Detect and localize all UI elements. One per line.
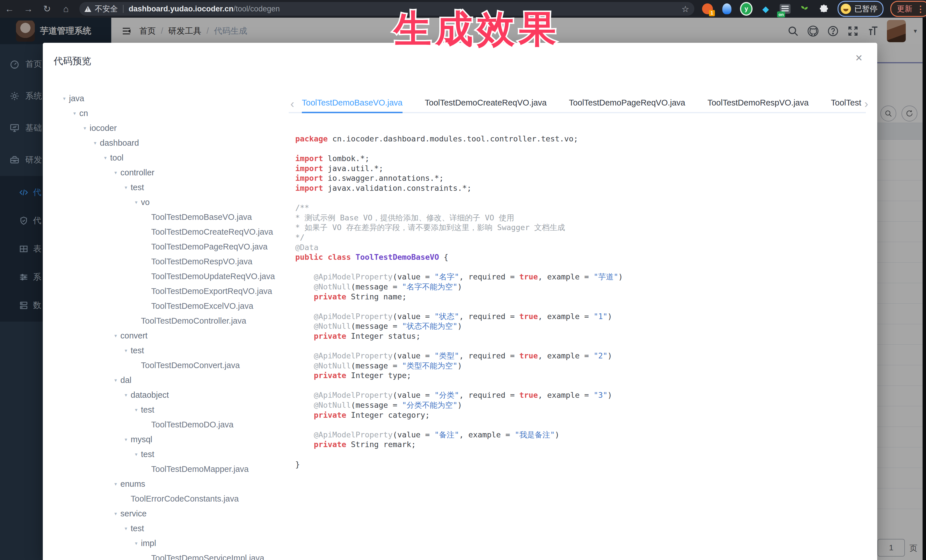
code-line — [295, 302, 869, 312]
caret-down-icon[interactable]: ▼ — [113, 170, 120, 175]
caret-down-icon[interactable]: ▼ — [93, 140, 100, 145]
tree-folder[interactable]: ▼controller — [62, 165, 279, 180]
tree-file[interactable]: ToolTestDemoExcelVO.java — [62, 299, 279, 313]
code-line: @ApiModelProperty(value = "备注", example … — [295, 430, 869, 440]
code-line — [295, 341, 869, 351]
code-line: @NotNull(message = "类型不能为空") — [295, 361, 869, 371]
forward-icon[interactable]: → — [19, 4, 38, 14]
code-line: package cn.iocoder.dashboard.modules.too… — [295, 134, 869, 144]
caret-down-icon[interactable]: ▼ — [134, 541, 141, 546]
code-line: * 如果子 VO 存在差异的字段，请不要添加到这里，影响 Swagger 文档生… — [295, 223, 869, 232]
caret-down-icon[interactable]: ▼ — [113, 511, 120, 516]
tree-file[interactable]: ToolErrorCodeConstants.java — [62, 491, 279, 506]
paused-label: 已暂停 — [854, 4, 878, 14]
file-tab-0[interactable]: ToolTestDemoBaseVO.java — [302, 94, 402, 113]
code-line — [295, 144, 869, 154]
caret-down-icon[interactable]: ▼ — [83, 126, 89, 131]
code-preview-modal: 代码预览 × ▼java▼cn▼iocoder▼dashboard▼tool▼c… — [43, 43, 877, 560]
extension-diamond-icon[interactable]: ◆ — [760, 3, 772, 15]
back-icon[interactable]: ← — [0, 4, 19, 14]
tree-folder[interactable]: ▼dataobject — [62, 388, 279, 402]
caret-down-icon[interactable]: ▼ — [73, 111, 79, 116]
tree-file[interactable]: ToolTestDemoMapper.java — [62, 462, 279, 477]
tree-file[interactable]: ToolTestDemoBaseVO.java — [62, 210, 279, 224]
bookmark-star-icon[interactable]: ☆ — [681, 4, 689, 14]
home-icon[interactable]: ⌂ — [56, 4, 75, 14]
file-tab-1[interactable]: ToolTestDemoCreateReqVO.java — [425, 94, 546, 112]
caret-down-icon[interactable]: ▼ — [113, 482, 120, 486]
extension-orange-icon[interactable]: 1 — [701, 3, 714, 15]
code-line: * 测试示例 Base VO，提供给添加、修改、详细的子 VO 使用 — [295, 213, 869, 223]
tree-file[interactable]: ToolTestDemoRespVO.java — [62, 254, 279, 269]
tree-folder[interactable]: ▼service — [62, 506, 279, 521]
caret-down-icon[interactable]: ▼ — [124, 437, 131, 442]
tree-folder[interactable]: ▼dashboard — [62, 136, 279, 150]
extension-green-icon[interactable]: y — [740, 3, 752, 15]
code-line: @ApiModelProperty(value = "类型", required… — [295, 351, 869, 361]
extensions-puzzle-icon[interactable] — [818, 3, 830, 15]
tree-folder[interactable]: ▼impl — [62, 536, 279, 551]
tree-file[interactable]: ToolTestDemoController.java — [62, 313, 279, 328]
code-line: @ApiModelProperty(value = "状态", required… — [295, 312, 869, 322]
extension-lamp-icon[interactable] — [720, 3, 733, 15]
code-line: import lombok.*; — [295, 154, 869, 164]
tree-folder[interactable]: ▼iocoder — [62, 121, 279, 136]
file-tree: ▼java▼cn▼iocoder▼dashboard▼tool▼controll… — [62, 91, 279, 560]
tree-folder[interactable]: ▼test — [62, 402, 279, 417]
tree-file[interactable]: ToolTestDemoPageReqVO.java — [62, 239, 279, 254]
caret-down-icon[interactable]: ▼ — [62, 96, 69, 101]
browser-menu-icon[interactable]: ⋮ — [916, 4, 925, 14]
tree-folder[interactable]: ▼cn — [62, 106, 279, 121]
caret-down-icon[interactable]: ▼ — [124, 185, 131, 190]
tree-folder[interactable]: ▼enums — [62, 477, 279, 491]
tree-folder[interactable]: ▼tool — [62, 150, 279, 165]
tree-folder[interactable]: ▼test — [62, 343, 279, 358]
modal-title: 代码预览 — [54, 55, 91, 68]
update-button[interactable]: 更新 ⋮ — [890, 1, 926, 17]
tree-file[interactable]: ToolTestDemoCreateReqVO.java — [62, 224, 279, 239]
file-tab-3[interactable]: ToolTestDemoRespVO.java — [708, 94, 809, 112]
extension-on-badge: on — [777, 11, 785, 17]
tree-folder[interactable]: ▼test — [62, 521, 279, 536]
tree-folder[interactable]: ▼dal — [62, 373, 279, 388]
tree-folder[interactable]: ▼vo — [62, 195, 279, 210]
tabs-prev-icon[interactable]: ‹ — [291, 98, 294, 110]
file-tab-2[interactable]: ToolTestDemoPageReqVO.java — [569, 94, 685, 112]
address-bar[interactable]: 不安全 dashboard.yudao.iocoder.cn/tool/code… — [79, 2, 694, 16]
caret-down-icon[interactable]: ▼ — [113, 333, 120, 338]
code-line: @NotNull(message = "名字不能为空") — [295, 282, 869, 292]
caret-down-icon[interactable]: ▼ — [124, 392, 131, 397]
update-label: 更新 — [897, 4, 912, 14]
code-line: */ — [295, 232, 869, 243]
caret-down-icon[interactable]: ▼ — [134, 200, 141, 205]
extension-list-icon[interactable]: on — [779, 3, 791, 15]
tree-file[interactable]: ToolTestDemoExportReqVO.java — [62, 284, 279, 299]
caret-down-icon[interactable]: ▼ — [103, 155, 110, 160]
code-line: private String name; — [295, 292, 869, 302]
file-tab-4[interactable]: ToolTestDemoUpdateReqVO.java — [831, 94, 861, 112]
tree-file[interactable]: ToolTestDemoServiceImpl.java — [62, 551, 279, 560]
profile-paused-badge[interactable]: 已暂停 — [838, 1, 884, 17]
tree-folder[interactable]: ▼mysql — [62, 432, 279, 447]
extension-plant-icon[interactable] — [798, 3, 811, 15]
caret-down-icon[interactable]: ▼ — [134, 452, 141, 457]
tree-folder[interactable]: ▼test — [62, 447, 279, 462]
tree-folder[interactable]: ▼java — [62, 91, 279, 106]
code-line: import io.swagger.annotations.*; — [295, 174, 869, 183]
caret-down-icon[interactable]: ▼ — [124, 526, 131, 531]
reload-icon[interactable]: ↻ — [38, 3, 56, 14]
code-line: private String remark; — [295, 440, 869, 450]
close-icon[interactable]: × — [855, 52, 862, 64]
caret-down-icon[interactable]: ▼ — [113, 378, 120, 383]
caret-down-icon[interactable]: ▼ — [124, 348, 131, 353]
tree-file[interactable]: ToolTestDemoDO.java — [62, 417, 279, 432]
code-line: @Data — [295, 243, 869, 253]
tree-folder[interactable]: ▼test — [62, 180, 279, 195]
code-line: @ApiModelProperty(value = "名字", required… — [295, 272, 869, 282]
code-line — [295, 450, 869, 460]
tree-folder[interactable]: ▼convert — [62, 328, 279, 343]
caret-down-icon[interactable]: ▼ — [134, 408, 141, 412]
tree-file[interactable]: ToolTestDemoUpdateReqVO.java — [62, 269, 279, 284]
tree-file[interactable]: ToolTestDemoConvert.java — [62, 358, 279, 373]
tabs-next-icon[interactable]: › — [864, 98, 868, 110]
